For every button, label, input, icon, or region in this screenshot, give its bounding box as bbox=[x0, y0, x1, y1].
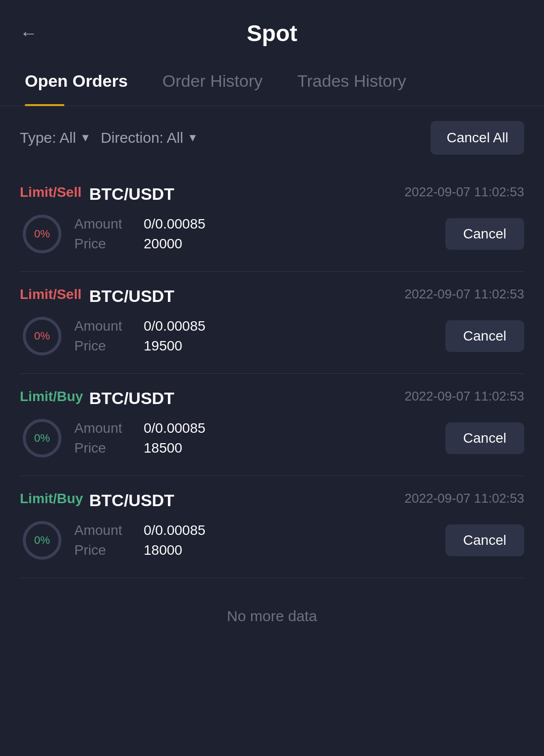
order-header-0: Limit/Sell BTC/USDT 2022-09-07 11:02:53 bbox=[20, 184, 524, 204]
amount-row-2: Amount 0/0.00085 bbox=[74, 420, 206, 436]
amount-value-2: 0/0.00085 bbox=[144, 420, 206, 436]
price-row-0: Price 20000 bbox=[74, 236, 206, 252]
progress-pct-3: 0% bbox=[34, 534, 50, 547]
order-body-0: 0% Amount 0/0.00085 Price 20000 Cancel bbox=[20, 212, 524, 256]
price-row-1: Price 19500 bbox=[74, 338, 206, 354]
order-type-2: Limit/Buy bbox=[20, 389, 89, 405]
amount-label-1: Amount bbox=[74, 318, 134, 334]
order-type-0: Limit/Sell bbox=[20, 184, 89, 200]
tab-trades-history[interactable]: Trades History bbox=[292, 66, 421, 106]
price-row-3: Price 18000 bbox=[74, 542, 206, 558]
price-value-0: 20000 bbox=[144, 236, 182, 252]
direction-filter[interactable]: Direction: All ▼ bbox=[101, 129, 198, 146]
order-item: Limit/Buy BTC/USDT 2022-09-07 11:02:53 0… bbox=[20, 476, 524, 578]
order-item: Limit/Buy BTC/USDT 2022-09-07 11:02:53 0… bbox=[20, 374, 524, 476]
order-timestamp-2: 2022-09-07 11:02:53 bbox=[405, 389, 524, 404]
order-body-1: 0% Amount 0/0.00085 Price 19500 Cancel bbox=[20, 314, 524, 358]
order-header-1: Limit/Sell BTC/USDT 2022-09-07 11:02:53 bbox=[20, 287, 524, 306]
order-body-2: 0% Amount 0/0.00085 Price 18500 Cancel bbox=[20, 416, 524, 461]
tab-open-orders[interactable]: Open Orders bbox=[20, 66, 143, 106]
order-type-1: Limit/Sell bbox=[20, 287, 89, 302]
order-details-2: Amount 0/0.00085 Price 18500 bbox=[74, 420, 206, 456]
order-timestamp-3: 2022-09-07 11:02:53 bbox=[405, 491, 524, 506]
progress-pct-0: 0% bbox=[34, 228, 50, 240]
header: ← Spot bbox=[0, 0, 544, 57]
filters-bar: Type: All ▼ Direction: All ▼ Cancel All bbox=[0, 106, 544, 170]
amount-value-1: 0/0.00085 bbox=[144, 318, 206, 334]
progress-circle-3: 0% bbox=[20, 518, 64, 563]
cancel-button-3[interactable]: Cancel bbox=[445, 524, 524, 556]
order-details-0: Amount 0/0.00085 Price 20000 bbox=[74, 216, 206, 252]
type-chevron-icon: ▼ bbox=[80, 131, 91, 144]
order-list: Limit/Sell BTC/USDT 2022-09-07 11:02:53 … bbox=[0, 170, 544, 578]
order-details-3: Amount 0/0.00085 Price 18000 bbox=[74, 523, 206, 558]
amount-label-3: Amount bbox=[74, 523, 134, 538]
order-type-3: Limit/Buy bbox=[20, 491, 89, 507]
page-title: Spot bbox=[20, 20, 524, 47]
price-label-0: Price bbox=[74, 236, 134, 252]
cancel-all-button[interactable]: Cancel All bbox=[431, 121, 524, 155]
cancel-button-2[interactable]: Cancel bbox=[445, 422, 524, 454]
amount-row-0: Amount 0/0.00085 bbox=[74, 216, 206, 232]
progress-circle-1: 0% bbox=[20, 314, 64, 358]
order-pair-3: BTC/USDT bbox=[89, 491, 174, 510]
amount-row-3: Amount 0/0.00085 bbox=[74, 523, 206, 538]
type-filter[interactable]: Type: All ▼ bbox=[20, 129, 91, 146]
progress-circle-0: 0% bbox=[20, 212, 64, 256]
price-value-1: 19500 bbox=[144, 338, 182, 354]
price-value-3: 18000 bbox=[144, 542, 182, 558]
order-timestamp-1: 2022-09-07 11:02:53 bbox=[405, 287, 524, 302]
price-value-2: 18500 bbox=[144, 440, 182, 456]
progress-pct-2: 0% bbox=[34, 432, 50, 445]
no-more-data: No more data bbox=[0, 578, 544, 654]
tab-order-history[interactable]: Order History bbox=[158, 66, 277, 106]
tab-bar: Open Orders Order History Trades History bbox=[0, 57, 544, 106]
price-label-3: Price bbox=[74, 542, 134, 558]
price-label-1: Price bbox=[74, 338, 134, 354]
amount-value-0: 0/0.00085 bbox=[144, 216, 206, 232]
price-row-2: Price 18500 bbox=[74, 440, 206, 456]
amount-row-1: Amount 0/0.00085 bbox=[74, 318, 206, 334]
amount-label-2: Amount bbox=[74, 420, 134, 436]
amount-value-3: 0/0.00085 bbox=[144, 523, 206, 538]
cancel-button-0[interactable]: Cancel bbox=[445, 218, 524, 250]
order-item: Limit/Sell BTC/USDT 2022-09-07 11:02:53 … bbox=[20, 272, 524, 374]
order-item: Limit/Sell BTC/USDT 2022-09-07 11:02:53 … bbox=[20, 170, 524, 272]
order-body-3: 0% Amount 0/0.00085 Price 18000 Cancel bbox=[20, 518, 524, 563]
order-header-2: Limit/Buy BTC/USDT 2022-09-07 11:02:53 bbox=[20, 389, 524, 408]
order-timestamp-0: 2022-09-07 11:02:53 bbox=[405, 184, 524, 200]
direction-chevron-icon: ▼ bbox=[187, 131, 198, 144]
amount-label-0: Amount bbox=[74, 216, 134, 232]
order-header-3: Limit/Buy BTC/USDT 2022-09-07 11:02:53 bbox=[20, 491, 524, 510]
order-pair-0: BTC/USDT bbox=[89, 184, 174, 204]
cancel-button-1[interactable]: Cancel bbox=[445, 320, 524, 352]
order-pair-2: BTC/USDT bbox=[89, 389, 174, 408]
progress-circle-2: 0% bbox=[20, 416, 64, 461]
order-details-1: Amount 0/0.00085 Price 19500 bbox=[74, 318, 206, 354]
back-button[interactable]: ← bbox=[20, 23, 38, 44]
price-label-2: Price bbox=[74, 440, 134, 456]
progress-pct-1: 0% bbox=[34, 330, 50, 343]
order-pair-1: BTC/USDT bbox=[89, 287, 174, 306]
